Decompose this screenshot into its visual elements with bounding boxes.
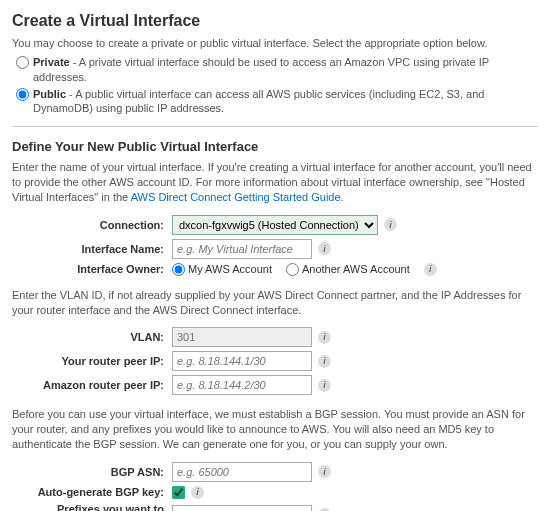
connection-label: Connection: [12,219,172,231]
owner-other-radio[interactable] [286,263,299,276]
interface-name-input[interactable] [172,239,312,259]
auto-key-checkbox[interactable] [172,486,185,499]
type-public-radio[interactable] [16,88,29,101]
info-icon[interactable]: i [424,263,437,276]
getting-started-link[interactable]: AWS Direct Connect Getting Started Guide [131,191,341,203]
type-private-desc: - A private virtual interface should be … [33,56,489,83]
info-icon[interactable]: i [318,379,331,392]
your-peer-label: Your router peer IP: [12,355,172,367]
define-heading: Define Your New Public Virtual Interface [12,139,538,154]
type-public-label: Public [33,88,66,100]
divider [12,126,538,127]
type-public-desc: - A public virtual interface can access … [33,88,484,115]
bgp-asn-input[interactable] [172,462,312,482]
owner-my-radio[interactable] [172,263,185,276]
intro-text: You may choose to create a private or pu… [12,36,538,51]
type-public-row[interactable]: Public - A public virtual interface can … [16,87,538,117]
auto-key-label: Auto-generate BGP key: [12,486,172,498]
define-desc: Enter the name of your virtual interface… [12,160,538,205]
info-icon[interactable]: i [318,355,331,368]
vlan-desc: Enter the VLAN ID, if not already suppli… [12,288,538,318]
bgp-desc: Before you can use your virtual interfac… [12,407,538,452]
bgp-asn-label: BGP ASN: [12,466,172,478]
amazon-peer-label: Amazon router peer IP: [12,379,172,391]
prefixes-input[interactable] [172,505,312,511]
vlan-label: VLAN: [12,331,172,343]
info-icon[interactable]: i [318,465,331,478]
type-private-row[interactable]: Private - A private virtual interface sh… [16,55,538,85]
info-icon[interactable]: i [191,486,204,499]
page-title: Create a Virtual Interface [12,12,538,30]
type-private-label: Private [33,56,70,68]
amazon-peer-input[interactable] [172,375,312,395]
owner-other-option[interactable]: Another AWS Account [286,263,410,276]
owner-my-option[interactable]: My AWS Account [172,263,272,276]
prefixes-label: Prefixes you want to advertise: [12,503,172,511]
info-icon[interactable]: i [384,218,397,231]
connection-select[interactable]: dxcon-fgxvwig5 (Hosted Connection) [172,215,378,235]
interface-name-label: Interface Name: [12,243,172,255]
your-peer-input[interactable] [172,351,312,371]
info-icon[interactable]: i [318,331,331,344]
vlan-input [172,327,312,347]
owner-label: Interface Owner: [12,263,172,275]
info-icon[interactable]: i [318,242,331,255]
type-private-radio[interactable] [16,56,29,69]
